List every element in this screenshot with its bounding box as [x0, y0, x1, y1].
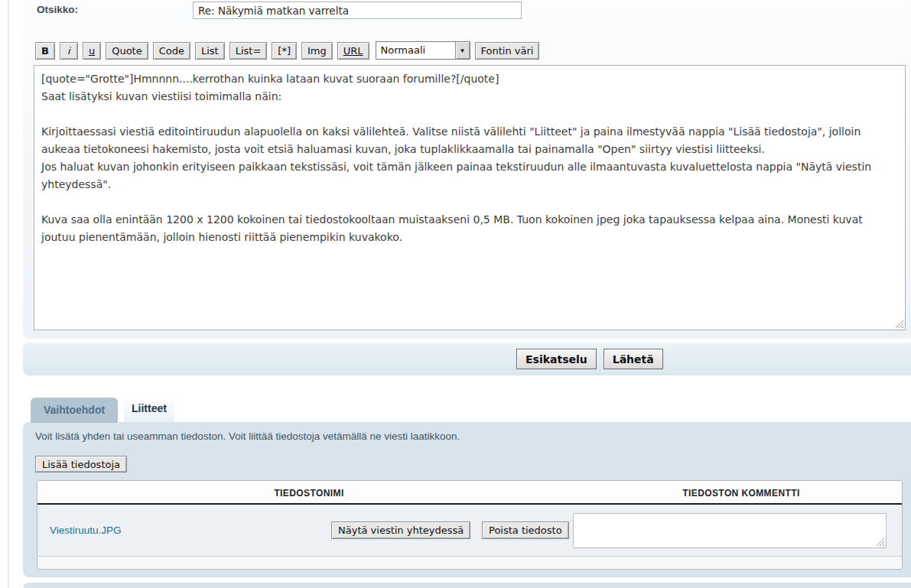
font-size-select[interactable]: Normaali ▼	[376, 41, 470, 60]
attachments-table-header: TIEDOSTONIMI TIEDOSTON KOMMENTTI	[37, 481, 902, 505]
delete-file-button[interactable]: Poista tiedosto	[482, 521, 569, 539]
add-files-button[interactable]: Lisää tiedostoja	[35, 456, 127, 473]
submit-button[interactable]: Lähetä	[604, 349, 663, 369]
attachments-table: TIEDOSTONIMI TIEDOSTON KOMMENTTI Viestir…	[37, 480, 903, 570]
bbcode-list-item-button[interactable]: [*]	[272, 42, 297, 60]
bbcode-code-button[interactable]: Code	[153, 42, 190, 60]
post-form-panel: Otsikko: B i u Quote Code List List= [*]…	[23, 0, 911, 339]
font-color-button[interactable]: Fontin väri	[475, 42, 540, 60]
message-area: [quote="Grotte"]Hmnnnn....kerrothan kuin…	[34, 65, 906, 330]
place-inline-button[interactable]: Näytä viestin yhteydessä	[331, 521, 470, 539]
submit-panel: Esikatselu Lähetä	[23, 343, 911, 375]
attachment-row: Viestiruutu.JPG Näytä viestin yhteydessä…	[37, 505, 902, 557]
file-comment-textarea[interactable]	[573, 513, 887, 548]
attachments-hint: Voit lisätä yhden tai useamman tiedoston…	[35, 430, 460, 442]
bbcode-list-button[interactable]: List	[195, 42, 225, 60]
attachments-panel: Voit lisätä yhden tai useamman tiedoston…	[23, 422, 911, 577]
bbcode-url-button[interactable]: URL	[337, 42, 369, 60]
page-left-divider	[8, 0, 9, 588]
column-header-filename: TIEDOSTONIMI	[274, 488, 343, 499]
next-section-panel	[23, 583, 911, 588]
bbcode-bold-button[interactable]: B	[35, 42, 55, 60]
tab-options[interactable]: Vaihtoehdot	[31, 398, 118, 423]
subject-label: Otsikko:	[37, 4, 78, 15]
dropdown-arrow-icon: ▼	[455, 42, 470, 59]
bbcode-ordered-list-button[interactable]: List=	[229, 42, 268, 60]
bbcode-img-button[interactable]: Img	[301, 42, 333, 60]
subject-row: Otsikko:	[37, 2, 78, 16]
submit-button-group: Esikatselu Lähetä	[516, 349, 663, 369]
bbcode-italic-button[interactable]: i	[60, 42, 78, 60]
tab-attachments[interactable]: Liitteet	[124, 395, 174, 422]
bbcode-toolbar: B i u Quote Code List List= [*] Img URL …	[35, 41, 539, 60]
message-textarea[interactable]: [quote="Grotte"]Hmnnnn....kerrothan kuin…	[34, 65, 906, 330]
subject-input[interactable]	[193, 2, 522, 19]
attachment-file-link[interactable]: Viestiruutu.JPG	[50, 525, 122, 536]
preview-button[interactable]: Esikatselu	[516, 349, 597, 369]
bbcode-underline-button[interactable]: u	[83, 42, 101, 60]
bbcode-quote-button[interactable]: Quote	[106, 42, 148, 60]
font-size-selected-value: Normaali	[376, 42, 455, 59]
file-comment-area	[573, 513, 887, 548]
column-header-comment: TIEDOSTON KOMMENTTI	[682, 488, 799, 499]
